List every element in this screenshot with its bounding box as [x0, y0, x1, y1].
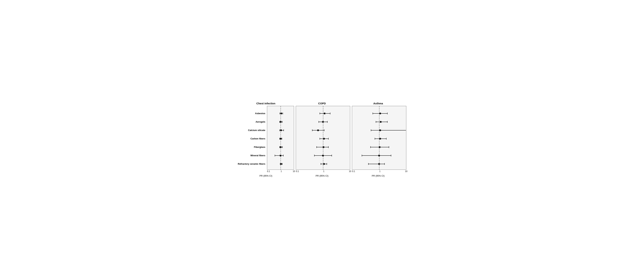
- point-estimate-2: [379, 130, 381, 131]
- x-axis-title-asthma: PR (95% CI): [372, 174, 384, 177]
- plot-copd: [296, 106, 350, 170]
- ci-cap-right-0: [387, 112, 388, 114]
- x-label-2: 10: [405, 170, 407, 172]
- ci-cap-left-5: [275, 155, 275, 156]
- point-estimate-1: [380, 121, 382, 123]
- plot-asthma: [352, 106, 406, 170]
- point-estimate-3: [323, 138, 325, 140]
- ci-line-4: [316, 147, 328, 147]
- ci-cap-left-2: [280, 130, 280, 131]
- ci-cap-right-4: [389, 146, 389, 148]
- ci-cap-left-1: [318, 121, 319, 123]
- ci-cap-right-0: [282, 112, 283, 114]
- ci-cap-left-3: [375, 138, 375, 140]
- point-estimate-1: [280, 121, 282, 123]
- x-label-0: 0.1: [296, 170, 299, 172]
- x-axis-title-chest-infection: PR (95% CI): [260, 174, 272, 177]
- ci-cap-left-5: [314, 155, 314, 156]
- point-estimate-3: [280, 138, 282, 140]
- ci-cap-left-2: [371, 130, 371, 131]
- x-label-1: 1: [323, 170, 324, 172]
- ci-cap-left-3: [280, 138, 280, 140]
- ci-cap-right-5: [283, 155, 284, 156]
- point-estimate-5: [322, 155, 324, 156]
- ci-cap-left-1: [280, 121, 280, 123]
- panel-title-copd: COPD: [318, 102, 326, 105]
- point-estimate-0: [379, 113, 381, 114]
- y-label-2: Calcium silicate: [238, 126, 266, 134]
- x-label-1: 1: [379, 170, 380, 172]
- ci-cap-left-4: [370, 146, 371, 148]
- ci-cap-right-1: [387, 121, 388, 123]
- ci-cap-right-3: [386, 138, 386, 140]
- point-estimate-6: [323, 163, 325, 165]
- point-estimate-5: [378, 155, 380, 156]
- figure-container: Chest infectionAsbestosAerogelsCalcium s…: [238, 102, 406, 177]
- point-estimate-4: [322, 146, 324, 148]
- point-estimate-0: [324, 113, 325, 114]
- panel-title-chest-infection: Chest infection: [256, 102, 275, 105]
- ci-line-2: [371, 130, 406, 130]
- ci-cap-right-1: [282, 121, 282, 123]
- point-estimate-5: [280, 155, 281, 156]
- ci-cap-left-0: [320, 112, 320, 114]
- y-label-6: Refractory ceramic fibers: [238, 160, 266, 168]
- x-axis-title-copd: PR (95% CI): [316, 174, 328, 177]
- ci-cap-right-1: [327, 121, 328, 123]
- ci-cap-right-4: [282, 146, 282, 148]
- point-estimate-0: [280, 113, 282, 114]
- panel-chest-infection: Chest infectionAsbestosAerogelsCalcium s…: [238, 102, 294, 177]
- panel-title-asthma: Asthma: [373, 102, 383, 105]
- ci-line-6: [368, 164, 384, 164]
- point-estimate-3: [379, 138, 381, 140]
- ci-cap-right-5: [332, 155, 332, 156]
- point-estimate-2: [317, 130, 319, 131]
- x-label-0: 0.1: [267, 170, 270, 172]
- panel-asthma: Asthma0.1110PR (95% CI): [350, 102, 406, 177]
- panel-copd: COPD0.1110PR (95% CI): [294, 102, 350, 177]
- ci-cap-right-4: [328, 146, 328, 148]
- y-label-1: Aerogels: [238, 118, 266, 126]
- ci-cap-left-1: [376, 121, 376, 123]
- ci-cap-right-2: [284, 130, 284, 131]
- ci-cap-right-3: [282, 138, 282, 140]
- y-axis-labels: AsbestosAerogelsCalcium silicateCarbon f…: [238, 106, 267, 168]
- ci-cap-left-5: [362, 155, 362, 156]
- ci-cap-left-4: [280, 146, 280, 148]
- x-label-0: 0.1: [352, 170, 355, 172]
- ci-cap-right-3: [328, 138, 328, 140]
- ci-cap-left-0: [372, 112, 373, 114]
- ci-cap-right-5: [391, 155, 391, 156]
- ci-cap-right-6: [282, 163, 282, 165]
- ci-line-1: [376, 122, 387, 122]
- point-estimate-1: [322, 121, 324, 123]
- plot-chest-infection: [267, 106, 294, 170]
- x-label-1: 1: [281, 170, 282, 172]
- y-label-5: Mineral fibers: [238, 151, 266, 160]
- ci-cap-right-6: [384, 163, 385, 165]
- y-label-4: Fiberglass: [238, 143, 266, 151]
- ci-cap-right-2: [324, 130, 324, 131]
- ci-cap-left-4: [316, 146, 317, 148]
- ci-cap-left-2: [312, 130, 312, 131]
- ci-line-5: [275, 155, 283, 156]
- point-estimate-2: [280, 130, 282, 131]
- panels-row: Chest infectionAsbestosAerogelsCalcium s…: [238, 102, 406, 177]
- ci-cap-right-0: [330, 112, 330, 114]
- ci-cap-right-6: [327, 163, 327, 165]
- point-estimate-4: [280, 146, 282, 148]
- point-estimate-6: [378, 163, 380, 165]
- ci-cap-left-6: [368, 163, 368, 165]
- ci-cap-left-0: [280, 112, 280, 114]
- y-label-0: Asbestos: [238, 109, 266, 118]
- ci-line-5: [362, 155, 391, 156]
- y-label-3: Carbon fibers: [238, 134, 266, 143]
- point-estimate-4: [379, 146, 380, 148]
- ci-cap-left-3: [320, 138, 320, 140]
- point-estimate-6: [280, 163, 282, 165]
- ci-cap-left-6: [321, 163, 321, 165]
